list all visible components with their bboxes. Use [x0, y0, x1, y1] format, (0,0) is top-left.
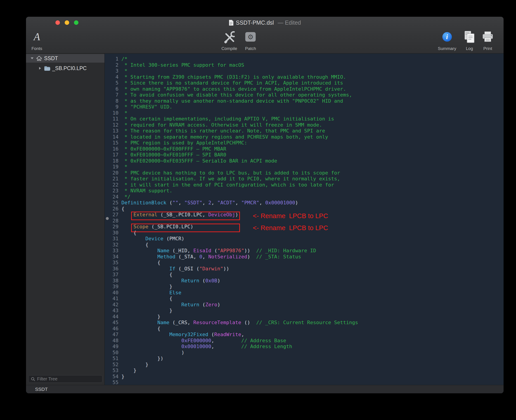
- code-line: * Since there is no standard device for …: [121, 80, 358, 86]
- sidebar-item-label: _SB.PCI0.LPC: [52, 65, 87, 71]
- summary-button[interactable]: i Summary: [438, 29, 456, 51]
- code-line: {: [121, 242, 358, 248]
- code-editor[interactable]: 1234567891011121314151617181920212223242…: [105, 53, 504, 385]
- line-number: 55: [105, 380, 119, 385]
- code-line: Else: [121, 290, 358, 296]
- rename-annotation-box-scope: [131, 224, 240, 232]
- sidebar-item-label: SSDT: [44, 55, 58, 61]
- line-number: 16: [105, 146, 119, 152]
- code-line: * as they normally use another non-stand…: [121, 98, 358, 104]
- print-button[interactable]: Print: [481, 29, 494, 51]
- code-line: Name (_CRS, ResourceTemplate () // _CRS:…: [121, 320, 358, 326]
- line-number: 53: [105, 368, 119, 374]
- line-number: 22: [105, 182, 119, 188]
- window-header: SSDT-PMC.dsl — Edited A Fonts Compile: [26, 17, 504, 53]
- patch-button[interactable]: ⚙ Patch: [245, 29, 256, 51]
- window-title: SSDT-PMC.dsl: [236, 19, 274, 26]
- line-number: 54: [105, 374, 119, 380]
- compile-button[interactable]: Compile: [221, 29, 237, 51]
- print-label: Print: [483, 46, 492, 51]
- line-number: 18: [105, 158, 119, 164]
- code-line: * faster initialisation. If we add it to…: [121, 176, 358, 182]
- filter-field[interactable]: [28, 375, 102, 383]
- gutter-marker-dot: [106, 217, 109, 220]
- line-number: 1: [105, 56, 119, 62]
- code-line: Return (0x0B): [121, 278, 358, 284]
- line-number: 36: [105, 266, 119, 272]
- code-line: * own naming "APP9876" to access this de…: [121, 86, 358, 92]
- line-number: 40: [105, 290, 119, 296]
- sidebar-item-sb-pci0-lpc[interactable]: _SB.PCI0.LPC: [26, 64, 105, 73]
- code-line: * The reason for this is rather unclear.…: [121, 128, 358, 134]
- line-number: 4: [105, 74, 119, 80]
- code-line: {: [121, 272, 358, 278]
- line-number: 24: [105, 194, 119, 200]
- code-line: }: [121, 308, 358, 314]
- disclosure-open-icon[interactable]: [30, 57, 34, 60]
- code-line: * it will start in the end of PCI config…: [121, 182, 358, 188]
- line-number: 7: [105, 92, 119, 98]
- code-line: * 0xFE010000~0xFE010FFF – SPI BAR0: [121, 152, 358, 158]
- rename-annotation-label: <- Rename LPCB to LPC: [253, 224, 328, 232]
- fonts-icon: A: [34, 32, 40, 42]
- fonts-button[interactable]: A Fonts: [31, 29, 42, 51]
- line-number: 3: [105, 68, 119, 74]
- code-line: }: [121, 368, 358, 374]
- log-label: Log: [466, 46, 473, 51]
- code-line: {: [121, 296, 358, 302]
- code-line: }: [121, 314, 358, 320]
- house-icon: [36, 56, 42, 61]
- line-number: 37: [105, 272, 119, 278]
- app-window: SSDT-PMC.dsl — Edited A Fonts Compile: [26, 17, 504, 393]
- code-line: * required for NVRAM access. Otherwise i…: [121, 122, 358, 128]
- folder-icon: [44, 66, 50, 71]
- code-line: Method (_STA, 0, NotSerialized) // _STA:…: [121, 254, 358, 260]
- line-number: 49: [105, 344, 119, 350]
- filter-input[interactable]: [37, 376, 100, 382]
- line-number: 29: [105, 224, 119, 230]
- line-number: 26: [105, 206, 119, 212]
- line-number: 47: [105, 332, 119, 338]
- code-line: }: [121, 374, 358, 380]
- line-number: 15: [105, 140, 119, 146]
- line-number: 41: [105, 296, 119, 302]
- code-line: {: [121, 206, 358, 212]
- line-number: 19: [105, 164, 119, 170]
- disclosure-closed-icon[interactable]: [38, 67, 42, 70]
- line-number: 34: [105, 254, 119, 260]
- line-number: 32: [105, 242, 119, 248]
- compile-icon: [222, 30, 236, 44]
- line-number: 5: [105, 80, 119, 86]
- patch-label: Patch: [245, 46, 256, 51]
- code-line: * 0xFE020000~0xFE035FFF – SerialIo BAR i…: [121, 158, 358, 164]
- code-lines[interactable]: /* * Intel 300-series PMC support for ma…: [121, 56, 358, 385]
- line-number: 6: [105, 86, 119, 92]
- line-number: 31: [105, 236, 119, 242]
- rename-annotation-label: <- Rename LPCB to LPC: [253, 212, 328, 220]
- log-button[interactable]: Log: [463, 29, 475, 51]
- line-number: 9: [105, 104, 119, 110]
- code-line: * To avoid confusion we disable this dev…: [121, 92, 358, 98]
- line-number: 39: [105, 284, 119, 290]
- code-line: {: [121, 260, 358, 266]
- line-number: 20: [105, 170, 119, 176]
- code-line: Device (PMCR): [121, 236, 358, 242]
- code-line: 0x00010000, // Address Length: [121, 344, 358, 350]
- code-line: * On certain implementations, including …: [121, 116, 358, 122]
- line-numbers: 1234567891011121314151617181920212223242…: [105, 56, 119, 385]
- code-line: {: [121, 326, 358, 332]
- status-bar: SSDT: [26, 385, 504, 393]
- line-number: 46: [105, 326, 119, 332]
- summary-info-icon: i: [442, 32, 452, 42]
- sidebar: SSDT _SB.PCI0.LPC: [26, 53, 105, 385]
- line-number: 44: [105, 314, 119, 320]
- line-number: 8: [105, 98, 119, 104]
- line-number: 10: [105, 110, 119, 116]
- sidebar-item-ssdt[interactable]: SSDT: [26, 54, 105, 63]
- line-number: 13: [105, 128, 119, 134]
- line-number: 45: [105, 320, 119, 326]
- code-line: }: [121, 284, 358, 290]
- code-line: DefinitionBlock ("", "SSDT", 2, "ACDT", …: [121, 200, 358, 206]
- line-number: 42: [105, 302, 119, 308]
- line-number: 50: [105, 350, 119, 356]
